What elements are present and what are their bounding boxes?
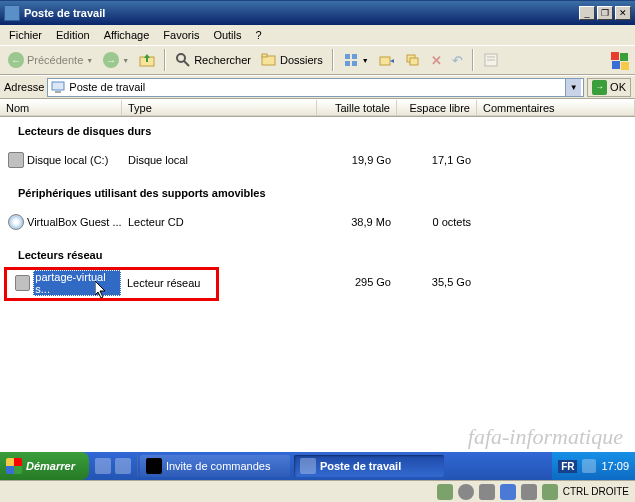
maximize-button[interactable]: ❐ — [597, 6, 613, 20]
undo-icon: ↶ — [452, 53, 463, 68]
views-button[interactable]: ▼ — [339, 50, 373, 70]
drive-total: 295 Go — [317, 276, 397, 288]
drive-row-network[interactable]: partage-virtual s... Lecteur réseau — [7, 274, 216, 292]
up-button[interactable] — [135, 50, 159, 70]
go-label: OK — [610, 81, 626, 93]
menu-edit[interactable]: Edition — [49, 27, 97, 43]
dropdown-icon: ▼ — [86, 57, 93, 64]
delete-icon: ✕ — [431, 53, 442, 68]
drive-free: 17,1 Go — [397, 154, 477, 166]
svg-rect-9 — [380, 57, 390, 65]
vm-network-icon[interactable] — [479, 484, 495, 500]
column-headers: Nom Type Taille totale Espace libre Comm… — [0, 99, 635, 116]
go-button[interactable]: → OK — [587, 78, 631, 97]
drive-name: VirtualBox Guest ... — [27, 216, 122, 228]
address-dropdown-icon[interactable]: ▼ — [565, 79, 581, 96]
col-name[interactable]: Nom — [0, 100, 122, 116]
back-button[interactable]: ← Précédente ▼ — [4, 50, 97, 70]
folders-button[interactable]: Dossiers — [257, 50, 327, 70]
dropdown-icon: ▼ — [122, 57, 129, 64]
tray-icon[interactable] — [582, 459, 596, 473]
task-cmd[interactable]: Invite de commandes — [140, 455, 290, 477]
group-network: Lecteurs réseau — [0, 241, 635, 265]
close-button[interactable]: ✕ — [615, 6, 631, 20]
file-list: Lecteurs de disques durs Disque local (C… — [0, 116, 635, 452]
separator — [137, 455, 138, 477]
language-indicator[interactable]: FR — [558, 460, 577, 473]
drive-free: 35,5 Go — [397, 276, 477, 288]
col-total[interactable]: Taille totale — [317, 100, 397, 116]
vm-shared-icon[interactable] — [500, 484, 516, 500]
undo-button[interactable]: ↶ — [448, 51, 467, 70]
svg-rect-18 — [621, 62, 629, 70]
menu-tools[interactable]: Outils — [206, 27, 248, 43]
svg-rect-6 — [352, 54, 357, 59]
menu-file[interactable]: Fichier — [2, 27, 49, 43]
search-label: Rechercher — [194, 54, 251, 66]
taskbar: Démarrer Invite de commandes Poste de tr… — [0, 452, 635, 480]
drive-name: partage-virtual s... — [33, 270, 121, 296]
task-label: Invite de commandes — [166, 460, 271, 472]
svg-rect-5 — [345, 54, 350, 59]
start-label: Démarrer — [26, 460, 75, 472]
svg-rect-11 — [410, 58, 418, 65]
clock[interactable]: 17:09 — [601, 460, 629, 472]
system-tray: FR 17:09 — [552, 452, 635, 480]
delete-button[interactable]: ✕ — [427, 51, 446, 70]
folders-label: Dossiers — [280, 54, 323, 66]
copyto-icon — [405, 52, 421, 68]
cmd-icon — [146, 458, 162, 474]
go-arrow-icon: → — [592, 80, 607, 95]
address-input[interactable]: Poste de travail ▼ — [47, 78, 584, 97]
menu-view[interactable]: Affichage — [97, 27, 157, 43]
svg-rect-7 — [345, 61, 350, 66]
search-button[interactable]: Rechercher — [171, 50, 255, 70]
toolbar: ← Précédente ▼ → ▼ Rechercher Dossiers ▼… — [0, 45, 635, 75]
minimize-button[interactable]: _ — [579, 6, 595, 20]
vm-cd-icon[interactable] — [458, 484, 474, 500]
col-type[interactable]: Type — [122, 100, 317, 116]
vm-disk-icon[interactable] — [437, 484, 453, 500]
views-icon — [343, 52, 359, 68]
show-desktop-icon[interactable] — [95, 458, 111, 474]
forward-button[interactable]: → ▼ — [99, 50, 133, 70]
menu-bar: Fichier Edition Affichage Favoris Outils… — [0, 25, 635, 45]
drive-row-local[interactable]: Disque local (C:) Disque local 19,9 Go 1… — [0, 151, 635, 169]
move-button[interactable] — [375, 50, 399, 70]
computer-icon — [300, 458, 316, 474]
separator — [332, 49, 334, 71]
col-free[interactable]: Espace libre — [397, 100, 477, 116]
vm-display-icon[interactable] — [521, 484, 537, 500]
folder-up-icon — [139, 52, 155, 68]
copy-button[interactable] — [401, 50, 425, 70]
svg-rect-8 — [352, 61, 357, 66]
drive-total: 38,9 Mo — [317, 216, 397, 228]
col-comments[interactable]: Commentaires — [477, 100, 635, 116]
windows-flag-icon — [609, 50, 631, 72]
host-key-label: CTRL DROITE — [563, 486, 629, 497]
drive-row-cd[interactable]: VirtualBox Guest ... Lecteur CD 38,9 Mo … — [0, 213, 635, 231]
svg-rect-15 — [611, 52, 619, 60]
start-button[interactable]: Démarrer — [0, 452, 89, 480]
forward-arrow-icon: → — [103, 52, 119, 68]
svg-rect-4 — [262, 54, 267, 57]
vm-mouse-icon[interactable] — [542, 484, 558, 500]
svg-rect-16 — [620, 53, 628, 61]
title-bar: Poste de travail _ ❐ ✕ — [0, 0, 635, 25]
svg-line-2 — [184, 61, 189, 66]
menu-favorites[interactable]: Favoris — [156, 27, 206, 43]
group-removable: Périphériques utilisant des supports amo… — [0, 179, 635, 203]
hdd-icon — [8, 152, 24, 168]
drive-free: 0 octets — [397, 216, 477, 228]
menu-help[interactable]: ? — [249, 27, 269, 43]
quick-launch — [89, 458, 137, 474]
drive-type: Lecteur CD — [122, 216, 317, 228]
computer-icon — [50, 79, 66, 95]
properties-button[interactable] — [479, 50, 503, 70]
separator — [164, 49, 166, 71]
window-title: Poste de travail — [24, 7, 577, 19]
ie-icon[interactable] — [115, 458, 131, 474]
highlight-annotation: partage-virtual s... Lecteur réseau — [4, 267, 219, 301]
search-icon — [175, 52, 191, 68]
task-explorer[interactable]: Poste de travail — [294, 455, 444, 477]
